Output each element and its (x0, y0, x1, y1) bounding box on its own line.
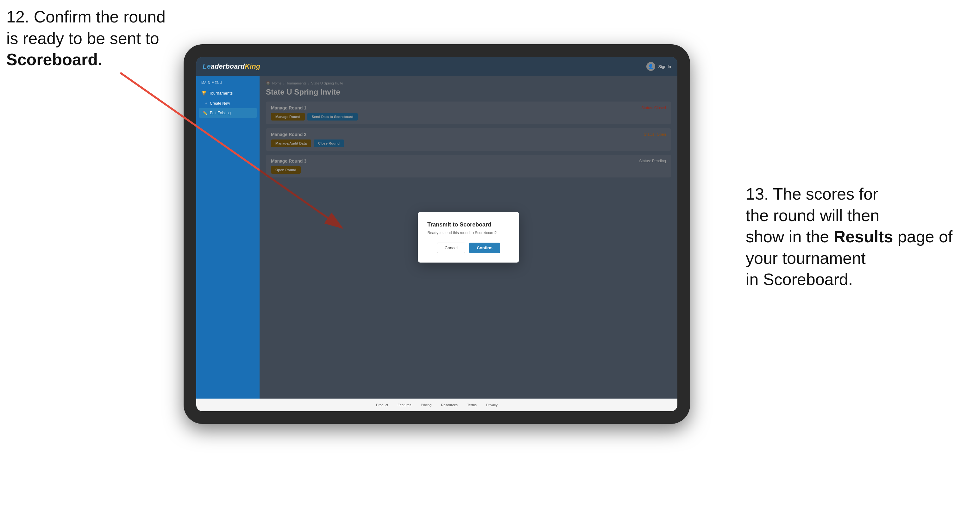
header-bar: LeaderboardKing 👤 Sign In (196, 57, 678, 76)
main-layout: MAIN MENU 🏆 Tournaments + Create New ✏️ … (196, 76, 678, 398)
header-right: 👤 Sign In (646, 62, 671, 71)
confirm-button[interactable]: Confirm (469, 243, 500, 253)
logo-area: LeaderboardKing (203, 62, 260, 71)
edit-existing-label: Edit Existing (210, 111, 231, 115)
tablet-device: LeaderboardKing 👤 Sign In MAIN MENU 🏆 To… (184, 44, 690, 424)
footer-link-pricing[interactable]: Pricing (421, 403, 432, 407)
modal-box: Transmit to Scoreboard Ready to send thi… (418, 212, 519, 263)
sidebar-item-edit-existing[interactable]: ✏️ Edit Existing (199, 108, 257, 117)
tournaments-label: Tournaments (209, 91, 233, 95)
content-area: 🏠 Home / Tournaments / State U Spring In… (259, 76, 678, 398)
footer-link-terms[interactable]: Terms (467, 403, 477, 407)
logo: LeaderboardKing (203, 62, 260, 71)
footer-bar: Product Features Pricing Resources Terms… (196, 398, 678, 411)
footer-link-privacy[interactable]: Privacy (486, 403, 498, 407)
sidebar-item-create-new[interactable]: + Create New (196, 99, 259, 108)
trophy-icon: 🏆 (201, 91, 206, 95)
footer-link-resources[interactable]: Resources (441, 403, 458, 407)
sidebar: MAIN MENU 🏆 Tournaments + Create New ✏️ … (196, 76, 259, 398)
user-avatar-icon: 👤 (646, 62, 655, 71)
modal-buttons: Cancel Confirm (427, 243, 510, 253)
footer-link-product[interactable]: Product (376, 403, 388, 407)
annotation-top-left: 12. Confirm the round is ready to be sen… (6, 6, 165, 71)
modal-title: Transmit to Scoreboard (427, 221, 510, 228)
cancel-button[interactable]: Cancel (437, 243, 465, 253)
sidebar-item-tournaments[interactable]: 🏆 Tournaments (196, 87, 259, 99)
sign-in-link[interactable]: Sign In (659, 64, 671, 69)
footer-link-features[interactable]: Features (398, 403, 411, 407)
modal-subtitle: Ready to send this round to Scoreboard? (427, 230, 510, 235)
modal-overlay: Transmit to Scoreboard Ready to send thi… (259, 76, 678, 398)
edit-icon: ✏️ (203, 111, 207, 115)
main-menu-label: MAIN MENU (196, 81, 259, 87)
tablet-screen: LeaderboardKing 👤 Sign In MAIN MENU 🏆 To… (196, 57, 678, 411)
annotation-right: 13. The scores for the round will then s… (746, 184, 967, 290)
plus-icon: + (205, 101, 207, 106)
create-new-label: Create New (210, 101, 230, 106)
